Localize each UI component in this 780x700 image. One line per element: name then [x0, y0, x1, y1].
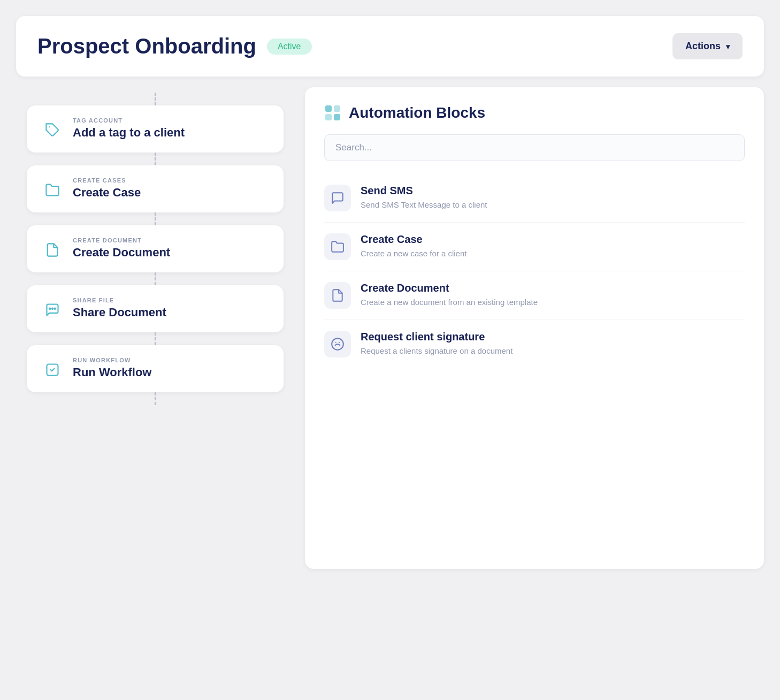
header-card: Prospect Onboarding Active Actions ▾ — [16, 16, 764, 77]
create-document-automation-desc: Create a new document from an existing t… — [361, 296, 538, 308]
document-icon — [45, 242, 60, 257]
automation-item-send-sms[interactable]: Send SMS Send SMS Text Message to a clie… — [324, 174, 745, 223]
workflow-card-create-cases[interactable]: CREATE CASES Create Case — [27, 165, 284, 212]
doc-icon-wrap — [324, 282, 351, 309]
signature-text: Request client signature Request a clien… — [361, 331, 513, 356]
create-document-category: CREATE DOCUMENT — [73, 237, 170, 244]
create-document-text: CREATE DOCUMENT Create Document — [73, 237, 170, 260]
tag-icon-wrap — [42, 119, 63, 141]
sms-icon-wrap — [324, 185, 351, 211]
document-icon-wrap — [42, 239, 63, 261]
tag-icon — [45, 123, 60, 138]
folder-icon-wrap — [42, 179, 63, 201]
automation-panel: Automation Blocks Send SMS Send SMS Text… — [305, 87, 764, 569]
create-case-text: Create Case Create a new case for a clie… — [361, 233, 467, 259]
signature-title: Request client signature — [361, 331, 513, 343]
create-cases-category: CREATE CASES — [73, 177, 141, 184]
workflow-card-tag-account[interactable]: TAG ACCOUNT Add a tag to a client — [27, 105, 284, 153]
signature-desc: Request a clients signature on a documen… — [361, 345, 513, 356]
case-folder-icon — [331, 240, 345, 254]
create-case-title: Create Case — [361, 233, 467, 246]
create-document-automation-title: Create Document — [361, 282, 538, 294]
workflow-panel: TAG ACCOUNT Add a tag to a client CREATE… — [16, 87, 294, 405]
create-document-title: Create Document — [73, 246, 170, 260]
svg-rect-5 — [325, 105, 332, 112]
automation-header: Automation Blocks — [324, 104, 745, 121]
create-case-desc: Create a new case for a client — [361, 248, 467, 259]
svg-point-3 — [55, 308, 56, 309]
create-cases-text: CREATE CASES Create Case — [73, 177, 141, 200]
actions-button[interactable]: Actions ▾ — [672, 33, 743, 59]
signature-pen-icon — [331, 337, 345, 351]
connector-1 — [155, 153, 156, 165]
sms-desc: Send SMS Text Message to a client — [361, 199, 487, 210]
chat-bubble-icon — [45, 302, 60, 317]
sms-text: Send SMS Send SMS Text Message to a clie… — [361, 185, 487, 210]
page-title: Prospect Onboarding — [37, 34, 256, 58]
grid-icon — [324, 104, 341, 121]
create-cases-title: Create Case — [73, 186, 141, 200]
signature-icon-wrap — [324, 331, 351, 357]
main-content: TAG ACCOUNT Add a tag to a client CREATE… — [16, 87, 764, 569]
svg-point-2 — [49, 308, 50, 309]
connector-3 — [155, 272, 156, 285]
automation-list: Send SMS Send SMS Text Message to a clie… — [324, 174, 745, 368]
svg-rect-8 — [334, 114, 340, 120]
connector-top — [155, 93, 156, 105]
workflow-card-share-file[interactable]: SHARE FILE Share Document — [27, 285, 284, 332]
blocks-grid-icon — [324, 104, 341, 121]
folder-icon — [45, 182, 60, 197]
run-workflow-category: RUN WORKFLOW — [73, 357, 151, 363]
workflow-card-run-workflow[interactable]: RUN WORKFLOW Run Workflow — [27, 345, 284, 392]
checkbox-icon — [45, 362, 60, 377]
automation-item-create-case[interactable]: Create Case Create a new case for a clie… — [324, 223, 745, 271]
document-file-icon — [331, 288, 345, 302]
share-file-title: Share Document — [73, 306, 166, 319]
chevron-down-icon: ▾ — [726, 42, 730, 51]
case-icon-wrap — [324, 233, 351, 260]
svg-rect-6 — [334, 105, 340, 112]
automation-title: Automation Blocks — [349, 104, 485, 121]
tag-account-category: TAG ACCOUNT — [73, 117, 185, 124]
sms-title: Send SMS — [361, 185, 487, 197]
tag-account-title: Add a tag to a client — [73, 126, 185, 140]
sms-bubble-icon — [331, 191, 345, 205]
svg-rect-7 — [325, 114, 332, 120]
create-document-automation-text: Create Document Create a new document fr… — [361, 282, 538, 308]
share-file-category: SHARE FILE — [73, 297, 166, 303]
checkbox-icon-wrap — [42, 359, 63, 381]
run-workflow-text: RUN WORKFLOW Run Workflow — [73, 357, 151, 379]
status-badge: Active — [267, 39, 312, 55]
tag-account-text: TAG ACCOUNT Add a tag to a client — [73, 117, 185, 140]
automation-item-signature[interactable]: Request client signature Request a clien… — [324, 320, 745, 368]
automation-item-create-document[interactable]: Create Document Create a new document fr… — [324, 271, 745, 320]
connector-2 — [155, 212, 156, 225]
connector-bottom — [155, 392, 156, 405]
share-file-text: SHARE FILE Share Document — [73, 297, 166, 319]
share-icon-wrap — [42, 299, 63, 321]
workflow-card-create-document[interactable]: CREATE DOCUMENT Create Document — [27, 225, 284, 272]
search-input[interactable] — [324, 134, 745, 161]
header-left: Prospect Onboarding Active — [37, 34, 312, 58]
run-workflow-title: Run Workflow — [73, 366, 151, 379]
svg-point-1 — [52, 308, 53, 309]
connector-4 — [155, 332, 156, 345]
